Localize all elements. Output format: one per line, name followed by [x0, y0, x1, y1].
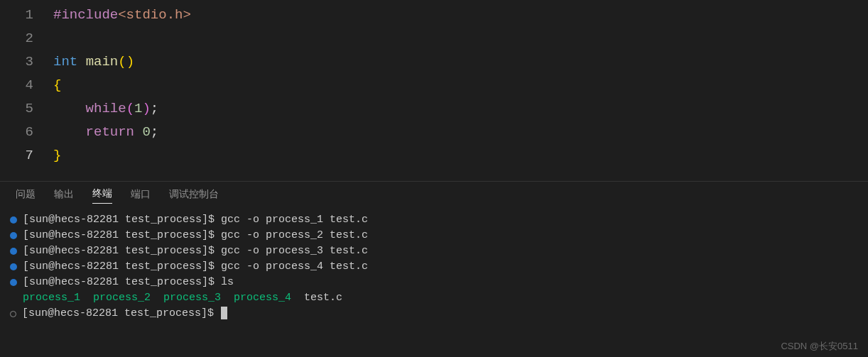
terminal-line: [sun@hecs-82281 test_process]$ gcc -o pr…: [10, 259, 858, 275]
status-bullet-icon: [10, 216, 17, 224]
terminal-line: [sun@hecs-82281 test_process]$ gcc -o pr…: [10, 212, 858, 228]
panel-tabs: 问题输出终端端口调试控制台: [0, 182, 868, 208]
terminal-text: [sun@hecs-82281 test_process]$ ls: [23, 275, 234, 290]
status-bullet-icon: [10, 311, 16, 317]
panel-tab[interactable]: 终端: [92, 187, 112, 204]
status-bullet-icon: [10, 295, 17, 302]
line-number: 1: [0, 7, 53, 23]
code-content[interactable]: int main(): [53, 54, 134, 70]
panel-tab[interactable]: 调试控制台: [169, 188, 219, 204]
code-content[interactable]: #include<stdio.h>: [53, 7, 191, 23]
terminal-cursor: [221, 307, 227, 319]
panel-area: 问题输出终端端口调试控制台 [sun@hecs-82281 test_proce…: [0, 181, 868, 326]
terminal-line: [sun@hecs-82281 test_process]$ gcc -o pr…: [10, 228, 858, 243]
code-line[interactable]: 7}: [0, 143, 868, 167]
terminal-text: [sun@hecs-82281 test_process]$ gcc -o pr…: [23, 212, 368, 228]
terminal-line: [sun@hecs-82281 test_process]$ gcc -o pr…: [10, 243, 858, 259]
terminal-text: [sun@hecs-82281 test_process]$ gcc -o pr…: [23, 228, 368, 243]
line-number: 3: [0, 54, 53, 70]
terminal-text: process_1 process_2 process_3 process_4 …: [23, 290, 342, 306]
terminal-output[interactable]: [sun@hecs-82281 test_process]$ gcc -o pr…: [0, 208, 868, 326]
terminal-line: [sun@hecs-82281 test_process]$ ls: [10, 275, 858, 290]
status-bullet-icon: [10, 263, 17, 270]
line-number: 6: [0, 124, 53, 140]
status-bullet-icon: [10, 232, 17, 239]
watermark: CSDN @长安0511: [781, 340, 858, 353]
code-line[interactable]: 3int main(): [0, 50, 868, 73]
code-content[interactable]: while(1);: [53, 101, 158, 116]
code-content[interactable]: {: [53, 77, 61, 93]
line-number: 2: [0, 31, 53, 46]
panel-tab[interactable]: 输出: [54, 188, 74, 204]
line-number: 4: [0, 77, 53, 93]
code-content[interactable]: return 0;: [53, 124, 158, 140]
terminal-line: [sun@hecs-82281 test_process]$: [10, 306, 858, 322]
code-line[interactable]: 4{: [0, 73, 868, 97]
code-line[interactable]: 2: [0, 26, 868, 50]
code-content[interactable]: }: [53, 148, 61, 163]
status-bullet-icon: [10, 248, 17, 255]
code-line[interactable]: 6 return 0;: [0, 120, 868, 143]
panel-tab[interactable]: 问题: [16, 188, 36, 204]
code-line[interactable]: 5 while(1);: [0, 97, 868, 120]
terminal-text: [sun@hecs-82281 test_process]$: [22, 306, 227, 322]
code-editor[interactable]: 1#include<stdio.h>23int main()4{5 while(…: [0, 0, 868, 181]
line-number: 5: [0, 101, 53, 116]
line-number: 7: [0, 148, 53, 163]
terminal-text: [sun@hecs-82281 test_process]$ gcc -o pr…: [23, 243, 368, 259]
status-bullet-icon: [10, 279, 17, 286]
terminal-text: [sun@hecs-82281 test_process]$ gcc -o pr…: [23, 259, 368, 275]
terminal-line: process_1 process_2 process_3 process_4 …: [10, 290, 858, 306]
code-line[interactable]: 1#include<stdio.h>: [0, 3, 868, 26]
panel-tab[interactable]: 端口: [131, 188, 151, 204]
